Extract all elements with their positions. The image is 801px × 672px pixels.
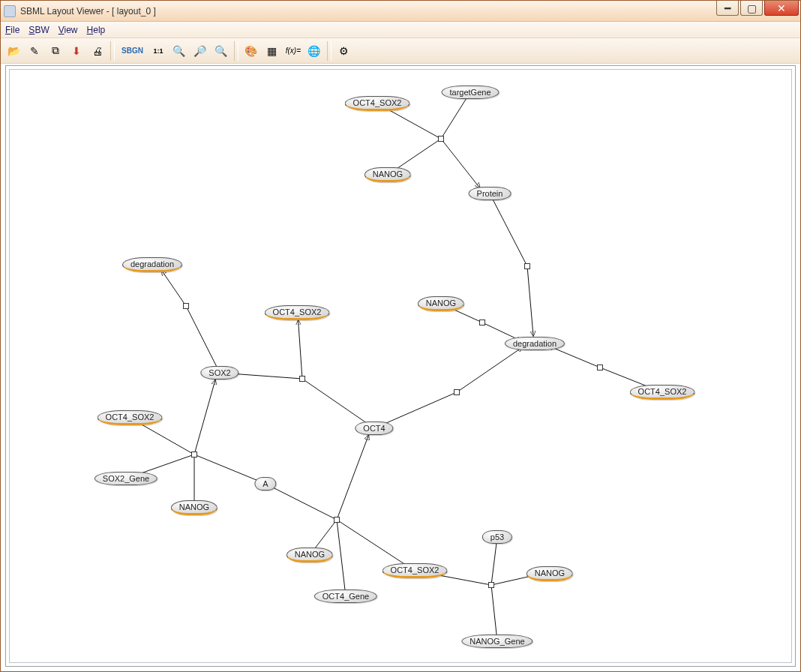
app-icon (4, 5, 16, 17)
toolbar-separator (234, 41, 238, 61)
minimize-icon: ━ (720, 1, 735, 16)
globe-icon: 🌐 (307, 44, 322, 58)
graph-node-n3[interactable]: NANOG (364, 167, 411, 182)
svg-line-22 (266, 484, 337, 520)
zoom-11-button[interactable]: 1:1 (148, 41, 168, 61)
gear-button[interactable]: ⚙ (334, 41, 354, 61)
zoom-in-button[interactable]: 🔍 (170, 41, 189, 61)
svg-line-26 (337, 435, 368, 520)
zoom-11-icon: 1:1 (151, 44, 166, 58)
graph-node-n9[interactable]: OCT4_SOX2 (630, 385, 695, 400)
window-buttons: ━ ▢ ✕ (716, 1, 799, 16)
reaction-node-r1[interactable] (438, 136, 444, 142)
print-icon: 🖨 (90, 44, 105, 58)
svg-line-11 (162, 271, 186, 306)
open-button[interactable]: 📂 (4, 41, 23, 61)
svg-line-3 (441, 139, 480, 188)
close-button[interactable]: ✕ (764, 1, 799, 16)
graph-node-n4[interactable]: Protein (469, 187, 512, 200)
graph-node-n20[interactable]: OCT4_Gene (314, 590, 377, 603)
maximize-button[interactable]: ▢ (740, 1, 763, 16)
grid-icon: ▦ (265, 44, 280, 58)
app-window: SBML Layout Viewer - [ layout_0 ] ━ ▢ ✕ … (0, 0, 801, 672)
globe-button[interactable]: 🌐 (304, 41, 324, 61)
zoom-fit-button[interactable]: 🔍 (212, 41, 231, 61)
svg-line-19 (194, 454, 266, 484)
reaction-node-r2[interactable] (524, 263, 530, 269)
svg-line-16 (457, 347, 522, 392)
open-icon: 📂 (6, 44, 21, 58)
sbgn-label: SBGN (122, 46, 143, 55)
graph-node-n17[interactable]: OCT4_SOX2 (382, 563, 448, 578)
svg-line-4 (490, 194, 527, 266)
zoom-fit-icon: 🔍 (214, 44, 229, 58)
minimize-button[interactable]: ━ (716, 1, 739, 16)
zoom-out-button[interactable]: 🔎 (190, 41, 210, 61)
reaction-node-r3[interactable] (479, 320, 485, 326)
menu-view[interactable]: View (58, 25, 78, 35)
copy-button[interactable]: ⧉ (46, 41, 65, 61)
pdf-button[interactable]: ⬇ (67, 41, 86, 61)
graph-node-n7[interactable]: NANOG (418, 296, 464, 311)
close-icon: ✕ (774, 1, 789, 16)
graph-node-n15[interactable]: NANOG (171, 500, 218, 515)
reaction-node-r4[interactable] (597, 364, 603, 370)
graph-node-n1[interactable]: OCT4_SOX2 (345, 96, 410, 111)
graph-node-n14[interactable]: A (254, 477, 276, 490)
formula-button[interactable]: f(x)= (284, 41, 303, 61)
titlebar[interactable]: SBML Layout Viewer - [ layout_0 ] ━ ▢ ✕ (1, 1, 800, 22)
reaction-node-r8[interactable] (191, 452, 197, 458)
pdf-icon: ⬇ (69, 44, 84, 58)
graph-node-n18[interactable]: p53 (482, 530, 512, 544)
svg-line-13 (302, 379, 374, 428)
canvas-outer: OCT4_SOX2targetGeneNANOGProteindegradati… (5, 65, 796, 667)
graph-node-n2[interactable]: targetGene (441, 86, 499, 99)
copy-icon: ⧉ (48, 44, 63, 58)
graph-node-n5[interactable]: degradation (122, 257, 182, 272)
svg-line-25 (337, 520, 346, 596)
reaction-node-r9[interactable] (334, 517, 340, 523)
svg-line-29 (491, 585, 497, 641)
grid-button[interactable]: ▦ (262, 41, 282, 61)
graph-node-n19[interactable]: NANOG (526, 566, 573, 581)
svg-line-1 (441, 92, 470, 139)
sbgn-button[interactable]: SBGN (118, 41, 147, 61)
graph-node-n12[interactable]: OCT4 (355, 422, 393, 435)
svg-line-28 (491, 537, 497, 585)
graph-node-n8[interactable]: degradation (505, 337, 565, 350)
window-title: SBML Layout Viewer - [ layout_0 ] (20, 6, 156, 16)
svg-line-14 (298, 320, 302, 379)
zoom-in-icon: 🔍 (172, 44, 187, 58)
toolbar-separator (327, 41, 332, 61)
svg-line-5 (527, 266, 533, 336)
print-button[interactable]: 🖨 (88, 41, 107, 61)
toolbar: 📂 ✎ ⧉ ⬇ 🖨 SBGN 1:1 🔍 🔎 🔍 🎨 ▦ f(x)= 🌐 ⚙ (1, 38, 800, 64)
gear-icon: ⚙ (337, 44, 352, 58)
menu-sbw[interactable]: SBW (28, 25, 49, 35)
reaction-node-r5[interactable] (183, 303, 189, 309)
palette-icon: 🎨 (244, 44, 259, 58)
diagram-canvas[interactable]: OCT4_SOX2targetGeneNANOGProteindegradati… (9, 69, 792, 663)
reaction-node-r6[interactable] (299, 376, 305, 382)
reaction-node-r7[interactable] (454, 389, 460, 395)
graph-node-n16[interactable]: NANOG (286, 548, 333, 562)
edit-icon: ✎ (27, 44, 42, 58)
toolbar-separator (110, 41, 115, 61)
menu-help[interactable]: Help (87, 25, 106, 35)
menu-file[interactable]: File (5, 25, 20, 35)
svg-line-10 (186, 306, 220, 373)
palette-button[interactable]: 🎨 (242, 41, 261, 61)
reaction-node-r10[interactable] (488, 582, 494, 588)
maximize-icon: ▢ (744, 1, 759, 16)
graph-node-n21[interactable]: NANOG_Gene (461, 634, 532, 648)
zoom-out-icon: 🔎 (193, 44, 208, 58)
graph-node-n10[interactable]: SOX2 (200, 366, 238, 380)
svg-line-9 (549, 346, 600, 368)
edit-button[interactable]: ✎ (25, 41, 44, 61)
formula-icon: f(x)= (286, 44, 301, 58)
graph-node-n11[interactable]: OCT4_SOX2 (98, 410, 163, 425)
graph-node-n13[interactable]: SOX2_Gene (94, 472, 158, 485)
svg-line-21 (194, 380, 215, 454)
menubar: File SBW View Help (1, 22, 800, 38)
graph-node-n6[interactable]: OCT4_SOX2 (265, 305, 330, 320)
